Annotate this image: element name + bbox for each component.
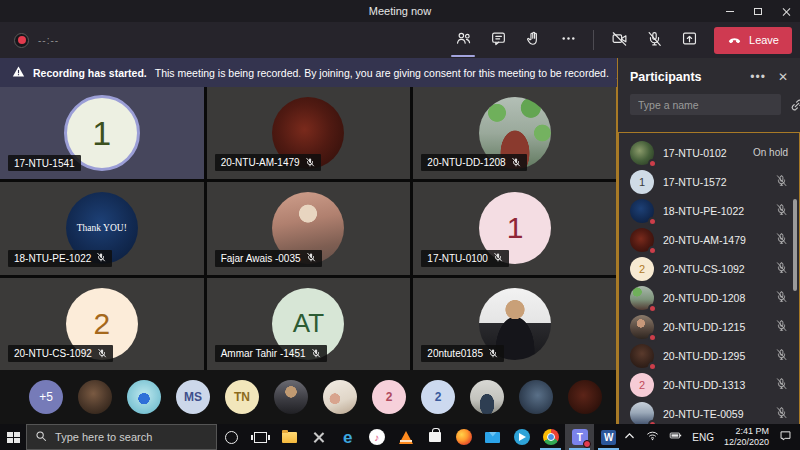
participant-avatar[interactable] xyxy=(519,380,553,414)
taskbar-search-input[interactable]: Type here to search xyxy=(26,424,217,450)
network-tray-button[interactable] xyxy=(646,428,659,446)
participant-avatar[interactable]: TN xyxy=(225,380,259,414)
taskbar-app-store[interactable] xyxy=(420,424,449,450)
raise-hand-button[interactable] xyxy=(523,30,543,50)
participant-row[interactable]: 20-NTU-DD-1295 xyxy=(619,341,799,370)
more-participants-badge[interactable]: +5 xyxy=(29,380,63,414)
more-actions-button[interactable] xyxy=(558,30,578,50)
raise-hand-icon xyxy=(525,30,542,51)
participant-row[interactable]: 20-NTU-TE-0059 xyxy=(619,399,799,424)
video-tile[interactable]: 1 17-NTU-1541 xyxy=(0,87,204,179)
taskbar-app-task-view[interactable] xyxy=(246,424,275,450)
participant-avatar[interactable] xyxy=(568,380,602,414)
video-tile[interactable]: AT Ammar Tahir -1451 xyxy=(207,278,411,370)
hang-up-icon xyxy=(727,32,742,49)
participant-name: 17-NTU-1572 xyxy=(663,176,766,188)
taskbar-app-word[interactable]: W xyxy=(594,424,623,450)
participant-label: 17-NTU-1541 xyxy=(14,158,75,169)
banner-message: This meeting is being recorded. By joini… xyxy=(155,67,609,79)
camera-toggle-button[interactable] xyxy=(609,30,629,50)
avatar xyxy=(630,199,654,223)
search-icon xyxy=(35,430,47,444)
participants-button[interactable] xyxy=(453,30,473,50)
participant-avatar[interactable] xyxy=(470,380,504,414)
microsoft-store-icon xyxy=(429,432,441,442)
video-tile[interactable]: 20ntute0185 xyxy=(413,278,617,370)
participant-name: 20-NTU-DD-1215 xyxy=(663,321,766,333)
mic-toggle-button[interactable] xyxy=(644,30,664,50)
taskbar-app-teams[interactable]: T xyxy=(565,424,594,450)
banner-title: Recording has started. xyxy=(33,67,147,79)
chat-button[interactable] xyxy=(488,30,508,50)
battery-tray-button[interactable] xyxy=(669,428,682,446)
participant-row[interactable]: 20-NTU-DD-1215 xyxy=(619,312,799,341)
taskbar-app-x[interactable] xyxy=(304,424,333,450)
participant-row[interactable]: 17-NTU-0102 On hold xyxy=(619,138,799,167)
telegram-icon xyxy=(514,429,530,445)
maximize-button[interactable] xyxy=(744,0,772,22)
taskbar-app-edge[interactable]: e xyxy=(333,424,362,450)
participant-row[interactable]: 2 20-NTU-CS-1092 xyxy=(619,254,799,283)
meeting-timer: --:-- xyxy=(38,35,59,46)
show-hidden-icons-button[interactable] xyxy=(623,428,636,446)
muted-mic-icon xyxy=(305,157,315,169)
windows-taskbar: Type here to search e ♪ T W ENG 2:41 PM … xyxy=(0,424,800,450)
participant-row[interactable]: 20-NTU-AM-1479 xyxy=(619,225,799,254)
word-icon: W xyxy=(601,430,616,445)
action-center-button[interactable] xyxy=(779,428,792,446)
participant-row[interactable]: 20-NTU-DD-1208 xyxy=(619,283,799,312)
ellipsis-icon xyxy=(560,30,577,51)
participant-row[interactable]: 1 17-NTU-1572 xyxy=(619,167,799,196)
participant-label: 20-NTU-CS-1092 xyxy=(14,348,92,359)
taskbar-app-vlc[interactable] xyxy=(391,424,420,450)
participant-avatar[interactable]: 2 xyxy=(372,380,406,414)
participant-search-input[interactable] xyxy=(630,94,781,115)
minimize-button[interactable] xyxy=(716,0,744,22)
start-button[interactable] xyxy=(0,424,26,450)
video-tile[interactable]: 2 20-NTU-CS-1092 xyxy=(0,278,204,370)
maximize-icon xyxy=(754,8,762,15)
participant-avatar[interactable] xyxy=(127,380,161,414)
language-indicator[interactable]: ENG xyxy=(692,432,714,443)
participant-avatar[interactable]: 2 xyxy=(421,380,455,414)
participants-list: 17-NTU-0102 On hold 1 17-NTU-1572 18-NTU… xyxy=(618,132,800,424)
video-tile[interactable]: 20-NTU-DD-1208 xyxy=(413,87,617,179)
leave-button[interactable]: Leave xyxy=(714,27,792,54)
windows-logo-icon xyxy=(7,432,20,443)
warning-icon xyxy=(12,65,25,80)
taskbar-app-mail[interactable] xyxy=(478,424,507,450)
taskbar-app-itunes[interactable]: ♪ xyxy=(362,424,391,450)
taskbar-app-chrome[interactable] xyxy=(536,424,565,450)
taskbar-app-firefox[interactable] xyxy=(449,424,478,450)
taskbar-app-telegram[interactable] xyxy=(507,424,536,450)
participant-row[interactable]: 18-NTU-PE-1022 xyxy=(619,196,799,225)
clock[interactable]: 2:41 PM 12/20/2020 xyxy=(724,426,769,449)
video-tile[interactable]: 20-NTU-AM-1479 xyxy=(207,87,411,179)
taskbar-app-cortana[interactable] xyxy=(217,424,246,450)
participant-row[interactable]: 2 20-NTU-DD-1313 xyxy=(619,370,799,399)
muted-mic-icon xyxy=(311,348,321,360)
close-button[interactable] xyxy=(772,0,800,22)
avatar: 2 xyxy=(630,373,654,397)
close-icon xyxy=(782,7,791,16)
participant-avatar[interactable] xyxy=(78,380,112,414)
battery-icon xyxy=(669,428,682,446)
vlc-icon xyxy=(399,431,413,444)
copy-join-link-icon[interactable] xyxy=(789,97,800,113)
video-tile[interactable]: Fajar Awais -0035 xyxy=(207,182,411,274)
taskbar-app-file-explorer[interactable] xyxy=(275,424,304,450)
participant-name: 17-NTU-0102 xyxy=(663,147,744,159)
share-screen-button[interactable] xyxy=(679,30,699,50)
video-tile[interactable]: Thank YOU! 18-NTU-PE-1022 xyxy=(0,182,204,274)
panel-close-icon[interactable]: ✕ xyxy=(778,70,788,84)
panel-more-icon[interactable]: ••• xyxy=(750,70,766,84)
muted-mic-icon xyxy=(493,252,503,264)
video-tile[interactable]: 1 17-NTU-0100 xyxy=(413,182,617,274)
participant-avatar[interactable] xyxy=(323,380,357,414)
scrollbar[interactable] xyxy=(793,199,797,291)
camera-off-icon xyxy=(611,30,628,51)
participant-label: 20ntute0185 xyxy=(427,348,483,359)
participant-avatar[interactable]: MS xyxy=(176,380,210,414)
mic-off-icon xyxy=(646,30,663,51)
participant-avatar[interactable] xyxy=(274,380,308,414)
